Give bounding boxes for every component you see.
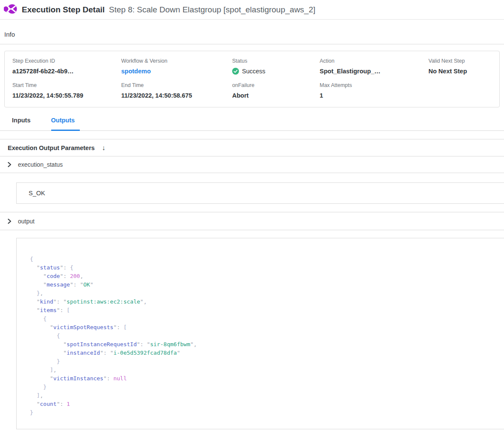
param-name: execution_status [18,161,63,168]
field-value: Abort [232,92,320,99]
field-start-time: Start Time 11/23/2022, 14:50:55.789 [12,82,121,99]
field-value: 1 [320,92,428,99]
collapse-all-icon[interactable]: ↓ [102,144,105,152]
field-label: Max Attempts [320,82,428,89]
tab-bar: Inputs Outputs [0,116,504,131]
field-label: Action [320,58,428,64]
json-code: { "status": { "code": 200, "message": "O… [30,255,495,417]
field-empty [428,82,499,99]
field-label: Step Execution ID [12,58,121,64]
status-badge: Success [232,67,320,75]
workflow-link[interactable]: spotdemo [121,67,151,75]
field-label: onFailure [232,82,320,89]
page-subtitle: Step 8: Scale Down Elastgroup [spot_elas… [109,5,315,14]
param-name: output [18,218,35,225]
spacer [0,131,504,139]
param-row-execution-status[interactable]: execution_status [0,156,504,173]
field-end-time: End Time 11/23/2022, 14:50:58.675 [121,82,232,99]
field-value: Spot_Elastigroup_… [320,67,428,75]
field-onfailure: onFailure Abort [232,82,320,99]
field-max-attempts: Max Attempts 1 [320,82,428,99]
page-header: Execution Step Detail Step 8: Scale Down… [0,0,504,20]
field-label: Valid Next Step [428,58,499,64]
info-section-title: Info [0,20,504,44]
section-title: Execution Output Parameters [8,145,95,151]
field-value: No Next Step [428,67,499,75]
execution-status-value: S_OK [29,190,45,197]
page-title: Execution Step Detail [22,5,105,14]
field-value: 11/23/2022, 14:50:55.789 [12,92,121,99]
field-value: 11/23/2022, 14:50:58.675 [121,92,232,99]
field-label: Status [232,58,320,64]
chevron-right-icon [7,162,12,167]
field-value: a125728f-6b22-4b9… [12,67,121,75]
chevron-right-icon [7,219,12,224]
spot-logo-icon [4,2,17,17]
field-status: Status Success [232,58,320,75]
field-valid-next-step: Valid Next Step No Next Step [428,58,499,75]
execution-output-parameters-bar: Execution Output Parameters ↓ [0,139,504,156]
field-action: Action Spot_Elastigroup_… [320,58,428,75]
success-check-icon [232,68,239,75]
tab-inputs[interactable]: Inputs [12,116,33,131]
field-label: Workflow & Version [121,58,232,64]
field-label: Start Time [12,82,121,89]
output-json-box: { "status": { "code": 200, "message": "O… [16,238,504,429]
field-workflow-version: Workflow & Version spotdemo [121,58,232,75]
param-row-output[interactable]: output [0,212,504,230]
field-label: End Time [121,82,232,89]
status-text: Success [242,67,265,75]
tab-outputs[interactable]: Outputs [51,116,80,131]
info-card: Step Execution ID a125728f-6b22-4b9… Wor… [4,51,500,107]
field-step-execution-id: Step Execution ID a125728f-6b22-4b9… [12,58,121,75]
execution-status-value-box: S_OK [16,182,504,204]
